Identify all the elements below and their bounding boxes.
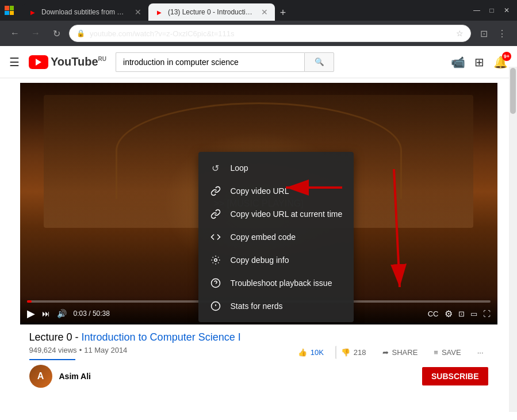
address-bar: ← → ↻ 🔒 youtube.com/watch?v=z-OxzlC6pic&… bbox=[0, 21, 517, 46]
search-input[interactable] bbox=[116, 52, 304, 72]
tab1-close[interactable]: ✕ bbox=[135, 7, 141, 17]
controls-right: CC ⚙ ⊡ ▭ ⛶ bbox=[428, 308, 491, 319]
video-meta: 949,624 views • 11 May 2014 bbox=[29, 346, 128, 354]
close-button[interactable]: ✕ bbox=[501, 5, 512, 16]
forward-button[interactable]: → bbox=[28, 25, 44, 41]
question-icon bbox=[210, 277, 221, 289]
tab1-title: Download subtitles from YouTub... bbox=[41, 8, 128, 16]
url-text: youtube.com/watch?v=z-OxzlC6pic&t=111s bbox=[90, 29, 451, 38]
miniplayer-button[interactable]: ⊡ bbox=[458, 310, 465, 318]
upload-date: 11 May 2014 bbox=[84, 346, 127, 354]
channel-name[interactable]: Asim Ali bbox=[59, 372, 91, 381]
more-button[interactable]: ··· bbox=[473, 346, 488, 359]
youtube-logo-text: YouTubeRU bbox=[51, 55, 106, 68]
dislike-button[interactable]: 👎 218 bbox=[335, 346, 371, 359]
scrollbar[interactable] bbox=[509, 67, 517, 412]
youtube-header: ☰ YouTubeRU 🔍 📹 ⊞ 🔔 9+ bbox=[0, 46, 517, 78]
scrollbar-thumb[interactable] bbox=[510, 68, 516, 114]
volume-button[interactable]: 🔊 bbox=[57, 309, 67, 318]
like-button[interactable]: 👍 10K bbox=[293, 346, 328, 359]
maximize-button[interactable]: □ bbox=[486, 5, 497, 16]
view-count: 949,624 views bbox=[29, 346, 77, 354]
video-player[interactable]: >> [MUSIC PLAYING] ↺ Loop Copy video URL bbox=[20, 83, 497, 324]
back-button[interactable]: ← bbox=[7, 25, 23, 41]
video-info: Lecture 0 - Introduction to Computer Sci… bbox=[20, 324, 497, 360]
cast-icon[interactable]: ⊡ bbox=[476, 25, 492, 41]
play-button[interactable]: ▶ bbox=[27, 307, 35, 320]
titlebar: ▶ Download subtitles from YouTub... ✕ ▶ … bbox=[0, 0, 517, 21]
channel-row: A Asim Ali SUBSCRIBE bbox=[20, 360, 497, 392]
browser-menu-icon[interactable]: ⋮ bbox=[494, 25, 510, 41]
url-bar[interactable]: 🔒 youtube.com/watch?v=z-OxzlC6pic&t=111s… bbox=[69, 25, 471, 42]
settings-button[interactable]: ⚙ bbox=[445, 308, 453, 319]
menu-item-copy-url[interactable]: Copy video URL bbox=[198, 180, 354, 203]
search-container: 🔍 bbox=[116, 52, 334, 72]
more-icon: ··· bbox=[477, 348, 484, 357]
tab2-title: (13) Lecture 0 - Introduction to C... bbox=[168, 8, 254, 16]
tab2-favicon: ▶ bbox=[155, 7, 163, 17]
menu-item-embed[interactable]: Copy embed code bbox=[198, 226, 354, 249]
search-button[interactable]: 🔍 bbox=[304, 52, 334, 72]
lock-icon: 🔒 bbox=[76, 29, 85, 37]
progress-fill bbox=[27, 300, 32, 303]
loop-icon: ↺ bbox=[210, 162, 221, 174]
channel-avatar[interactable]: A bbox=[29, 365, 52, 388]
theater-button[interactable]: ▭ bbox=[470, 310, 477, 318]
main-content: >> [MUSIC PLAYING] ↺ Loop Copy video URL bbox=[0, 83, 517, 392]
header-right: 📹 ⊞ 🔔 9+ bbox=[451, 55, 508, 69]
info-icon bbox=[210, 300, 221, 312]
video-title: Lecture 0 - Introduction to Computer Sci… bbox=[29, 331, 488, 343]
share-icon: ➦ bbox=[382, 348, 389, 357]
apps-grid-icon[interactable]: ⊞ bbox=[474, 55, 484, 69]
menu-icon[interactable]: ☰ bbox=[9, 55, 20, 69]
debug-icon bbox=[210, 254, 221, 266]
subscribe-button[interactable]: SUBSCRIBE bbox=[422, 367, 488, 385]
tab2-close[interactable]: ✕ bbox=[261, 7, 268, 17]
search-icon: 🔍 bbox=[315, 58, 324, 66]
dislike-count: 218 bbox=[354, 348, 366, 357]
time-display: 0:03 / 50:38 bbox=[74, 310, 110, 318]
embed-icon bbox=[210, 231, 221, 243]
link-icon-1 bbox=[210, 185, 221, 197]
new-tab-button[interactable]: + bbox=[275, 5, 291, 21]
save-icon: ≡ bbox=[434, 348, 438, 357]
minimize-button[interactable]: — bbox=[471, 5, 482, 16]
thumbs-up-icon: 👍 bbox=[298, 348, 307, 357]
windows-logo bbox=[5, 6, 14, 15]
address-bar-right: ⊡ ⋮ bbox=[476, 25, 510, 41]
subtitles-button[interactable]: CC bbox=[428, 310, 439, 318]
share-button[interactable]: ➦ SHARE bbox=[378, 346, 423, 359]
star-icon[interactable]: ☆ bbox=[456, 29, 464, 38]
like-count: 10K bbox=[311, 348, 324, 357]
tab-1[interactable]: ▶ Download subtitles from YouTub... ✕ bbox=[22, 3, 148, 21]
menu-item-loop[interactable]: ↺ Loop bbox=[198, 156, 354, 180]
refresh-button[interactable]: ↻ bbox=[48, 25, 64, 41]
video-camera-icon[interactable]: 📹 bbox=[451, 55, 465, 69]
tabs-container: ▶ Download subtitles from YouTub... ✕ ▶ … bbox=[22, 0, 468, 21]
fullscreen-button[interactable]: ⛶ bbox=[483, 310, 491, 318]
tab1-favicon: ▶ bbox=[29, 7, 37, 17]
thumbs-down-icon: 👎 bbox=[341, 348, 350, 357]
save-button[interactable]: ≡ SAVE bbox=[429, 346, 465, 359]
menu-item-debug[interactable]: Copy debug info bbox=[198, 249, 354, 272]
notification-badge: 9+ bbox=[502, 52, 511, 61]
menu-item-stats[interactable]: Stats for nerds bbox=[198, 295, 354, 318]
next-button[interactable]: ⏭ bbox=[42, 309, 50, 318]
window-controls: — □ ✕ bbox=[471, 5, 512, 16]
menu-item-troubleshoot[interactable]: Troubleshoot playback issue bbox=[198, 272, 354, 295]
video-meta-row: 949,624 views • 11 May 2014 👍 10K 👎 218 … bbox=[29, 346, 488, 359]
menu-item-copy-url-time[interactable]: Copy video URL at current time bbox=[198, 203, 354, 226]
context-menu: ↺ Loop Copy video URL bbox=[198, 152, 354, 322]
tab-2[interactable]: ▶ (13) Lecture 0 - Introduction to C... … bbox=[148, 3, 275, 21]
svg-point-0 bbox=[214, 259, 217, 262]
video-actions: 👍 10K 👎 218 ➦ SHARE ≡ SAVE ··· bbox=[293, 346, 488, 359]
youtube-logo-icon bbox=[29, 55, 48, 69]
youtube-logo[interactable]: YouTubeRU bbox=[29, 55, 106, 69]
notification-icon[interactable]: 🔔 9+ bbox=[493, 55, 508, 69]
link-icon-2 bbox=[210, 208, 221, 220]
